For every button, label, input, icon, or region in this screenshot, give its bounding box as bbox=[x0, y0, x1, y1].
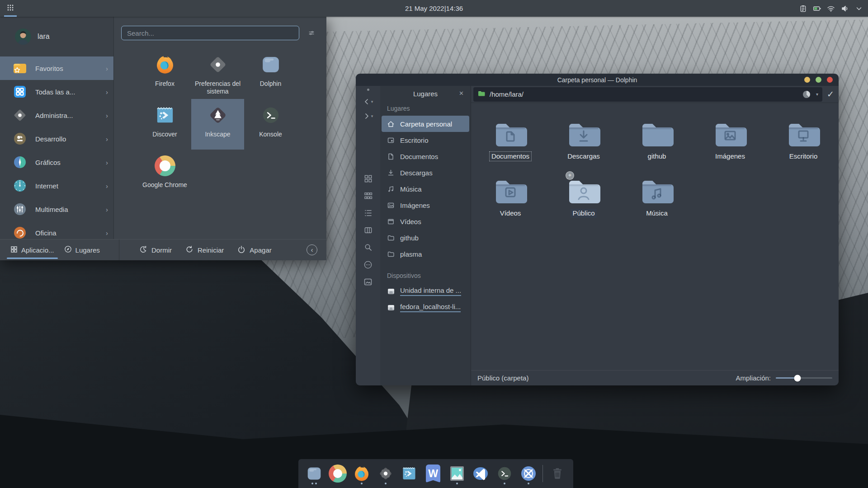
place-imagenes[interactable]: Imágenes bbox=[382, 197, 469, 213]
device-fedora-localhost[interactable]: fedora_localhost-li... bbox=[382, 299, 469, 315]
forward-button[interactable]: ▾ bbox=[363, 109, 373, 123]
dock-system-settings[interactable] bbox=[376, 462, 395, 485]
folder-plain-icon bbox=[640, 119, 674, 150]
app-discover[interactable]: Discover bbox=[138, 99, 191, 150]
app-firefox[interactable]: Firefox bbox=[138, 48, 191, 99]
office-icon bbox=[12, 225, 28, 239]
folder-videos[interactable]: Vídeos bbox=[474, 176, 547, 233]
more-options-icon[interactable] bbox=[363, 260, 373, 269]
category-todas-las-aplicaciones[interactable]: Todas las a... › bbox=[0, 80, 113, 103]
place-descargas[interactable]: Descargas bbox=[382, 164, 469, 181]
app-inkscape[interactable]: Inkscape bbox=[191, 99, 244, 150]
category-internet[interactable]: Internet › bbox=[0, 174, 113, 197]
place-musica[interactable]: Música bbox=[382, 181, 469, 197]
folder-label: Público bbox=[571, 209, 596, 218]
dock-wike[interactable]: W bbox=[424, 462, 443, 485]
maximize-button[interactable] bbox=[816, 77, 821, 83]
icons-view-icon[interactable] bbox=[363, 174, 373, 183]
address-row: /home/lara/ ▾ ✓ bbox=[471, 86, 839, 103]
application-launcher-button[interactable] bbox=[0, 0, 21, 17]
folder-musica[interactable]: Música bbox=[620, 176, 693, 233]
running-indicator bbox=[456, 483, 458, 484]
caret-down-icon: ▾ bbox=[371, 114, 373, 118]
device-unidad-interna[interactable]: Unidad interna de ... bbox=[382, 283, 469, 299]
discover-icon bbox=[152, 103, 178, 128]
category-desarrollo[interactable]: Desarrollo › bbox=[0, 127, 113, 150]
folder-descargas[interactable]: Descargas bbox=[547, 119, 620, 176]
dock-firefox[interactable] bbox=[352, 462, 371, 485]
caret-down-icon[interactable]: ▾ bbox=[816, 92, 818, 97]
place-escritorio[interactable]: Escritorio bbox=[382, 132, 469, 148]
dolphin-titlebar[interactable]: Carpeta personal — Dolphin bbox=[356, 74, 839, 86]
tab-aplicaciones[interactable]: Aplicacio... bbox=[5, 239, 59, 260]
sleep-button[interactable]: Dormir bbox=[139, 245, 172, 255]
back-button[interactable]: ▾ bbox=[363, 94, 373, 109]
place-label: Documentos bbox=[400, 153, 438, 160]
search-icon[interactable] bbox=[363, 243, 373, 252]
category-label: Favoritos bbox=[35, 65, 63, 72]
folder-publico[interactable]: + Público bbox=[547, 176, 620, 233]
chevron-down-icon[interactable] bbox=[854, 4, 863, 13]
wifi-icon[interactable] bbox=[826, 4, 835, 13]
zoom-slider[interactable] bbox=[776, 377, 832, 379]
dock-discover[interactable] bbox=[400, 462, 419, 485]
folder-documentos[interactable]: Documentos bbox=[474, 119, 547, 176]
app-dolphin[interactable]: Dolphin bbox=[244, 48, 297, 99]
folder-green-icon bbox=[477, 89, 486, 99]
place-plasma[interactable]: plasma bbox=[382, 246, 469, 262]
folder-imagenes[interactable]: Imágenes bbox=[693, 119, 767, 176]
folder-github[interactable]: github bbox=[620, 119, 693, 176]
places-panel-title: Lugares bbox=[413, 90, 438, 98]
place-github[interactable]: github bbox=[382, 230, 469, 246]
volume-icon[interactable] bbox=[840, 4, 849, 13]
dock-trash[interactable] bbox=[548, 462, 567, 485]
app-google-chrome[interactable]: Google Chrome bbox=[138, 150, 191, 200]
place-carpeta-personal[interactable]: Carpeta personal bbox=[382, 116, 469, 132]
app-preferencias-del-sistema[interactable]: Preferencias del sistema bbox=[191, 48, 244, 99]
minimize-button[interactable] bbox=[804, 77, 810, 83]
category-oficina[interactable]: Oficina › bbox=[0, 221, 113, 239]
free-space-pie-icon[interactable] bbox=[803, 91, 810, 98]
close-button[interactable] bbox=[827, 77, 833, 83]
dock-gwenview[interactable] bbox=[448, 462, 467, 485]
shutdown-button[interactable]: Apagar bbox=[237, 245, 271, 255]
restart-button[interactable]: Reiniciar bbox=[185, 245, 224, 255]
collapse-sidebar-button[interactable]: ‹ bbox=[307, 244, 317, 255]
dock-dolphin[interactable] bbox=[305, 462, 324, 485]
footer-tabs: Aplicacio... Lugares bbox=[0, 239, 119, 260]
place-documentos[interactable]: Documentos bbox=[382, 148, 469, 164]
dock-vscode[interactable] bbox=[471, 462, 490, 485]
system-settings-icon bbox=[205, 52, 231, 77]
app-konsole[interactable]: Konsole bbox=[244, 99, 297, 150]
inkscape-icon bbox=[205, 103, 231, 128]
zoom-slider-handle[interactable] bbox=[794, 375, 801, 381]
tab-lugares[interactable]: Lugares bbox=[59, 239, 105, 260]
configure-icon[interactable] bbox=[306, 27, 317, 39]
location-bar[interactable]: /home/lara/ ▾ bbox=[473, 87, 822, 102]
folder-videos-icon bbox=[494, 176, 527, 206]
dock-xorg[interactable] bbox=[519, 462, 538, 485]
preview-icon[interactable] bbox=[363, 277, 373, 286]
clipboard-icon[interactable] bbox=[798, 4, 807, 13]
folder-escritorio[interactable]: Escritorio bbox=[767, 119, 839, 176]
action-label: Dormir bbox=[151, 246, 172, 254]
clock[interactable]: 21 May 2022|14:36 bbox=[405, 5, 463, 12]
compact-view-icon[interactable] bbox=[363, 191, 373, 201]
split-view-icon[interactable] bbox=[363, 225, 373, 235]
dock-konsole[interactable] bbox=[495, 462, 514, 485]
category-favoritos[interactable]: Favoritos › bbox=[0, 56, 113, 80]
avatar[interactable] bbox=[15, 28, 31, 45]
close-panel-icon[interactable]: ✕ bbox=[456, 89, 467, 97]
category-multimedia[interactable]: Multimedia › bbox=[0, 197, 113, 221]
search-input[interactable] bbox=[121, 26, 299, 40]
dock-google-chrome[interactable] bbox=[329, 462, 348, 485]
desktop-icon bbox=[387, 136, 395, 144]
place-videos[interactable]: Vídeos bbox=[382, 213, 469, 230]
category-graficos[interactable]: Gráficos › bbox=[0, 150, 113, 174]
harddrive-icon bbox=[387, 287, 395, 295]
battery-icon[interactable] bbox=[812, 4, 821, 13]
category-administracion[interactable]: Administra... › bbox=[0, 103, 113, 127]
details-view-icon[interactable] bbox=[363, 208, 373, 218]
place-label: github bbox=[400, 234, 419, 242]
accept-location-icon[interactable]: ✓ bbox=[822, 87, 839, 102]
